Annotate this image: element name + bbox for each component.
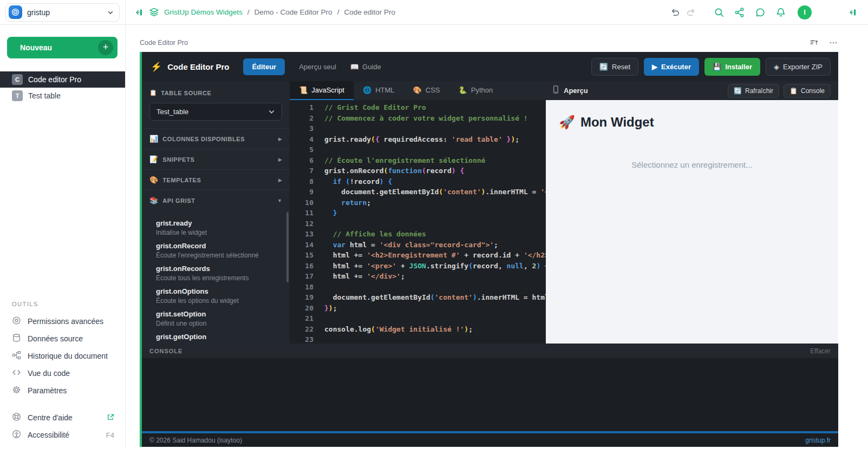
- preview-header: Aperçu 🔄 Rafraîchir 📋 Console: [546, 81, 838, 100]
- more-options-icon[interactable]: [828, 38, 838, 48]
- tool-item-donn-es-source[interactable]: Données source: [0, 330, 125, 347]
- tool-label: Historique du document: [28, 352, 114, 360]
- line-number: 11: [290, 208, 314, 219]
- section-templates[interactable]: 🎨TEMPLATES▶: [142, 169, 290, 190]
- tool-item-historique-du-document[interactable]: Historique du document: [0, 347, 125, 365]
- line-number: 18: [290, 282, 314, 293]
- line-number: 17: [290, 271, 314, 282]
- console-clear-button[interactable]: Effacer: [810, 347, 831, 355]
- workspace-stack-icon: [149, 7, 159, 17]
- console-label: CONSOLE: [149, 348, 810, 354]
- console-button[interactable]: 📋 Console: [784, 84, 831, 98]
- workspace-selector[interactable]: gristup: [5, 3, 120, 22]
- collapse-right-panel-icon[interactable]: [844, 4, 860, 21]
- code-line: 4grist.ready({ requiredAccess: 'read tab…: [290, 134, 546, 145]
- line-number: 1: [290, 102, 314, 113]
- mode-tab-label: Éditeur: [252, 63, 276, 71]
- new-button[interactable]: Nouveau +: [7, 37, 118, 58]
- widget-side-panel: 📋 TABLE SOURCE Test_table 📊COLONNES DISP…: [142, 81, 290, 344]
- api-name: grist.onRecord: [156, 242, 283, 250]
- tool-item-param-tres[interactable]: Paramètres: [0, 382, 125, 399]
- settings-icon: [12, 385, 21, 396]
- gristup-link[interactable]: gristup.fr: [805, 437, 831, 444]
- line-content: // Écoute l'enregistrement sélectionné: [314, 155, 485, 166]
- table-source-value: Test_table: [156, 108, 268, 116]
- code-line: 13 // Affiche les données: [290, 229, 546, 240]
- code-editor[interactable]: 1// Grist Code Editor Pro2// Commencez à…: [290, 100, 546, 344]
- section-label: TEMPLATES: [162, 177, 274, 183]
- filter-icon[interactable]: [810, 38, 819, 48]
- code-editor-column: 📜JavaScript🌐HTML🎨CSS🐍Python 1// Grist Co…: [290, 81, 546, 344]
- history-icon: [12, 351, 21, 361]
- installer-button[interactable]: 💾Installer: [704, 58, 760, 76]
- notifications-icon[interactable]: [773, 4, 789, 21]
- section-colonnes-disponibles[interactable]: 📊COLONNES DISPONIBLES▶: [142, 128, 290, 149]
- section-icon-api-grist: 📚: [149, 196, 158, 204]
- redo-icon[interactable]: [683, 4, 699, 21]
- page-badge: T: [12, 90, 23, 101]
- api-item-grist-setoption[interactable]: grist.setOptionDéfinit une option: [142, 305, 290, 327]
- collapse-left-panel-icon[interactable]: [132, 4, 144, 21]
- code-tab-javascript[interactable]: 📜JavaScript: [290, 81, 354, 100]
- breadcrumb-page[interactable]: Code editor Pro: [344, 8, 395, 16]
- line-content: // Commencez à coder votre widget person…: [314, 113, 528, 124]
- line-number: 21: [290, 313, 314, 324]
- line-number: 2: [290, 113, 314, 124]
- preview-content: 🚀 Mon Widget Sélectionnez un enregistrem…: [546, 100, 838, 344]
- code-line: 18: [290, 282, 546, 293]
- table-source-select[interactable]: Test_table: [149, 103, 282, 121]
- section-icon-templates: 🎨: [149, 176, 158, 184]
- panel-scrollbar[interactable]: [286, 212, 289, 282]
- mode-tab-diteur[interactable]: Éditeur: [243, 58, 285, 75]
- new-button-label: Nouveau: [20, 43, 98, 52]
- api-item-grist-onoptions[interactable]: grist.onOptionsÉcoute les options du wid…: [142, 282, 290, 305]
- code-tab-html[interactable]: 🌐HTML: [354, 81, 404, 100]
- tool-label: Données source: [28, 334, 114, 343]
- api-item-grist-onrecord[interactable]: grist.onRecordÉcoute l'enregistrement sé…: [142, 236, 290, 259]
- refresh-button[interactable]: 🔄 Rafraîchir: [728, 84, 779, 98]
- code-tab-label: CSS: [426, 86, 440, 94]
- code-line: 5: [290, 144, 546, 155]
- api-item-grist-ready[interactable]: grist.readyInitialise le widget: [142, 214, 290, 236]
- sidebar-item-test-table[interactable]: TTest table: [0, 88, 125, 104]
- api-item-grist-getoption[interactable]: grist.getOption: [142, 327, 290, 341]
- tool-item-vue-du-code[interactable]: Vue du code: [0, 365, 125, 382]
- section-icon-snippets: 📝: [149, 155, 158, 163]
- code-tab-label: JavaScript: [311, 86, 344, 94]
- code-tab-python[interactable]: 🐍Python: [449, 81, 502, 100]
- line-content: [314, 144, 324, 155]
- mode-tab-aper-u-seul[interactable]: Aperçu seul: [299, 63, 336, 71]
- table-source-label: TABLE SOURCE: [161, 90, 211, 96]
- line-content: console.log('Widget initialisé !');: [314, 324, 473, 335]
- accessibility-item[interactable]: Accessibilité F4: [0, 426, 125, 444]
- ex-cuter-button[interactable]: ▶Exécuter: [644, 58, 699, 76]
- code-line: 23: [290, 334, 546, 344]
- help-center-item[interactable]: Centre d'aide: [0, 409, 125, 426]
- page-badge: C: [12, 74, 23, 85]
- sidebar-item-code-editor-pro[interactable]: CCode editor Pro: [0, 71, 125, 88]
- section-snippets[interactable]: 📝SNIPPETS▶: [142, 149, 290, 169]
- refresh-label: Rafraîchir: [745, 87, 773, 95]
- api-name: grist.ready: [156, 219, 283, 227]
- line-number: 7: [290, 166, 314, 176]
- share-icon[interactable]: [732, 4, 748, 21]
- code-tab-css[interactable]: 🎨CSS: [404, 81, 449, 100]
- rocket-icon: 🚀: [559, 115, 575, 130]
- api-item-grist-onrecords[interactable]: grist.onRecordsÉcoute tous les enregistr…: [142, 259, 290, 282]
- tools-section: OUTILS Permissions avancéesDonnées sourc…: [0, 301, 125, 444]
- code-line: 12: [290, 219, 546, 229]
- exporter-zip-button[interactable]: ◈Exporter ZIP: [766, 58, 831, 76]
- chevron-collapsed-icon: ▶: [278, 157, 282, 162]
- avatar[interactable]: I: [798, 5, 812, 19]
- mode-tab-guide[interactable]: 📖Guide: [350, 63, 381, 71]
- undo-icon[interactable]: [667, 4, 683, 21]
- breadcrumb-workspace[interactable]: GristUp Démos Widgets: [164, 8, 243, 16]
- tool-item-permissions-avanc-es[interactable]: Permissions avancées: [0, 313, 125, 330]
- code-line: 14 var html = '<div class="record-card">…: [290, 240, 546, 250]
- widget-footer: © 2026 Said Hamadou (isaytoo) gristup.fr: [142, 433, 838, 447]
- reset-button[interactable]: 🔄Reset: [591, 58, 638, 76]
- chat-icon[interactable]: [752, 4, 768, 21]
- search-icon[interactable]: [711, 4, 727, 21]
- section-api-grist[interactable]: 📚API GRIST▼: [142, 190, 290, 210]
- breadcrumb-document[interactable]: Demo - Code Editor Pro: [254, 8, 332, 16]
